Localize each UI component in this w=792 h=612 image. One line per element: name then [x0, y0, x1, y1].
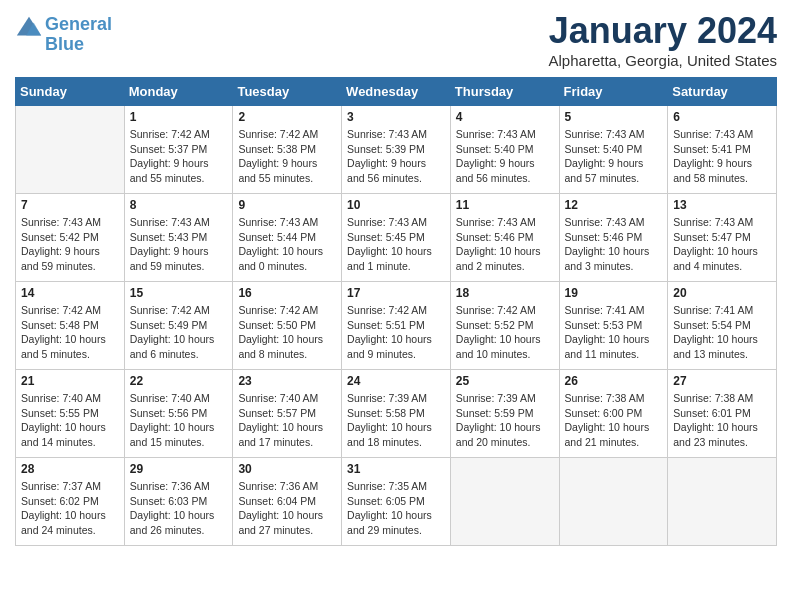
weekday-header-saturday: Saturday: [668, 78, 777, 106]
day-number: 25: [456, 374, 554, 388]
day-info: Sunrise: 7:37 AMSunset: 6:02 PMDaylight:…: [21, 479, 119, 538]
day-info: Sunrise: 7:42 AMSunset: 5:48 PMDaylight:…: [21, 303, 119, 362]
week-row-1: 1Sunrise: 7:42 AMSunset: 5:37 PMDaylight…: [16, 106, 777, 194]
calendar-cell: [16, 106, 125, 194]
day-number: 16: [238, 286, 336, 300]
calendar-cell: 26Sunrise: 7:38 AMSunset: 6:00 PMDayligh…: [559, 370, 668, 458]
day-number: 6: [673, 110, 771, 124]
day-info: Sunrise: 7:41 AMSunset: 5:53 PMDaylight:…: [565, 303, 663, 362]
day-number: 22: [130, 374, 228, 388]
location: Alpharetta, Georgia, United States: [549, 52, 777, 69]
day-info: Sunrise: 7:42 AMSunset: 5:38 PMDaylight:…: [238, 127, 336, 186]
calendar: SundayMondayTuesdayWednesdayThursdayFrid…: [15, 77, 777, 546]
day-info: Sunrise: 7:42 AMSunset: 5:50 PMDaylight:…: [238, 303, 336, 362]
calendar-cell: 9Sunrise: 7:43 AMSunset: 5:44 PMDaylight…: [233, 194, 342, 282]
day-info: Sunrise: 7:38 AMSunset: 6:00 PMDaylight:…: [565, 391, 663, 450]
week-row-2: 7Sunrise: 7:43 AMSunset: 5:42 PMDaylight…: [16, 194, 777, 282]
day-number: 2: [238, 110, 336, 124]
month-title: January 2024: [549, 10, 777, 52]
day-number: 12: [565, 198, 663, 212]
day-number: 19: [565, 286, 663, 300]
day-number: 13: [673, 198, 771, 212]
weekday-header-friday: Friday: [559, 78, 668, 106]
calendar-cell: [668, 458, 777, 546]
calendar-cell: 28Sunrise: 7:37 AMSunset: 6:02 PMDayligh…: [16, 458, 125, 546]
day-info: Sunrise: 7:38 AMSunset: 6:01 PMDaylight:…: [673, 391, 771, 450]
day-info: Sunrise: 7:42 AMSunset: 5:52 PMDaylight:…: [456, 303, 554, 362]
day-number: 31: [347, 462, 445, 476]
calendar-cell: 23Sunrise: 7:40 AMSunset: 5:57 PMDayligh…: [233, 370, 342, 458]
day-info: Sunrise: 7:43 AMSunset: 5:39 PMDaylight:…: [347, 127, 445, 186]
day-info: Sunrise: 7:36 AMSunset: 6:03 PMDaylight:…: [130, 479, 228, 538]
day-number: 29: [130, 462, 228, 476]
day-info: Sunrise: 7:39 AMSunset: 5:58 PMDaylight:…: [347, 391, 445, 450]
calendar-cell: 12Sunrise: 7:43 AMSunset: 5:46 PMDayligh…: [559, 194, 668, 282]
day-info: Sunrise: 7:43 AMSunset: 5:41 PMDaylight:…: [673, 127, 771, 186]
calendar-cell: 11Sunrise: 7:43 AMSunset: 5:46 PMDayligh…: [450, 194, 559, 282]
day-number: 27: [673, 374, 771, 388]
day-number: 15: [130, 286, 228, 300]
calendar-cell: 31Sunrise: 7:35 AMSunset: 6:05 PMDayligh…: [342, 458, 451, 546]
calendar-cell: 14Sunrise: 7:42 AMSunset: 5:48 PMDayligh…: [16, 282, 125, 370]
calendar-cell: 18Sunrise: 7:42 AMSunset: 5:52 PMDayligh…: [450, 282, 559, 370]
day-info: Sunrise: 7:43 AMSunset: 5:40 PMDaylight:…: [456, 127, 554, 186]
day-number: 30: [238, 462, 336, 476]
weekday-header-row: SundayMondayTuesdayWednesdayThursdayFrid…: [16, 78, 777, 106]
week-row-5: 28Sunrise: 7:37 AMSunset: 6:02 PMDayligh…: [16, 458, 777, 546]
day-info: Sunrise: 7:36 AMSunset: 6:04 PMDaylight:…: [238, 479, 336, 538]
calendar-cell: 24Sunrise: 7:39 AMSunset: 5:58 PMDayligh…: [342, 370, 451, 458]
day-number: 11: [456, 198, 554, 212]
day-info: Sunrise: 7:40 AMSunset: 5:55 PMDaylight:…: [21, 391, 119, 450]
day-info: Sunrise: 7:42 AMSunset: 5:51 PMDaylight:…: [347, 303, 445, 362]
weekday-header-monday: Monday: [124, 78, 233, 106]
week-row-3: 14Sunrise: 7:42 AMSunset: 5:48 PMDayligh…: [16, 282, 777, 370]
day-info: Sunrise: 7:43 AMSunset: 5:46 PMDaylight:…: [456, 215, 554, 274]
calendar-cell: 3Sunrise: 7:43 AMSunset: 5:39 PMDaylight…: [342, 106, 451, 194]
day-info: Sunrise: 7:40 AMSunset: 5:56 PMDaylight:…: [130, 391, 228, 450]
calendar-body: 1Sunrise: 7:42 AMSunset: 5:37 PMDaylight…: [16, 106, 777, 546]
calendar-cell: 29Sunrise: 7:36 AMSunset: 6:03 PMDayligh…: [124, 458, 233, 546]
day-info: Sunrise: 7:43 AMSunset: 5:47 PMDaylight:…: [673, 215, 771, 274]
day-number: 21: [21, 374, 119, 388]
calendar-cell: 7Sunrise: 7:43 AMSunset: 5:42 PMDaylight…: [16, 194, 125, 282]
day-info: Sunrise: 7:43 AMSunset: 5:46 PMDaylight:…: [565, 215, 663, 274]
calendar-cell: 6Sunrise: 7:43 AMSunset: 5:41 PMDaylight…: [668, 106, 777, 194]
calendar-cell: 15Sunrise: 7:42 AMSunset: 5:49 PMDayligh…: [124, 282, 233, 370]
calendar-cell: 22Sunrise: 7:40 AMSunset: 5:56 PMDayligh…: [124, 370, 233, 458]
calendar-cell: 10Sunrise: 7:43 AMSunset: 5:45 PMDayligh…: [342, 194, 451, 282]
day-number: 3: [347, 110, 445, 124]
calendar-cell: 8Sunrise: 7:43 AMSunset: 5:43 PMDaylight…: [124, 194, 233, 282]
logo: General Blue: [15, 15, 112, 55]
calendar-cell: 19Sunrise: 7:41 AMSunset: 5:53 PMDayligh…: [559, 282, 668, 370]
day-info: Sunrise: 7:43 AMSunset: 5:40 PMDaylight:…: [565, 127, 663, 186]
calendar-cell: 27Sunrise: 7:38 AMSunset: 6:01 PMDayligh…: [668, 370, 777, 458]
day-number: 24: [347, 374, 445, 388]
weekday-header-tuesday: Tuesday: [233, 78, 342, 106]
calendar-cell: 25Sunrise: 7:39 AMSunset: 5:59 PMDayligh…: [450, 370, 559, 458]
weekday-header-wednesday: Wednesday: [342, 78, 451, 106]
title-block: January 2024 Alpharetta, Georgia, United…: [549, 10, 777, 69]
calendar-cell: 1Sunrise: 7:42 AMSunset: 5:37 PMDaylight…: [124, 106, 233, 194]
day-number: 8: [130, 198, 228, 212]
day-number: 4: [456, 110, 554, 124]
calendar-cell: 13Sunrise: 7:43 AMSunset: 5:47 PMDayligh…: [668, 194, 777, 282]
day-number: 17: [347, 286, 445, 300]
day-info: Sunrise: 7:43 AMSunset: 5:45 PMDaylight:…: [347, 215, 445, 274]
day-number: 28: [21, 462, 119, 476]
day-info: Sunrise: 7:43 AMSunset: 5:42 PMDaylight:…: [21, 215, 119, 274]
day-number: 1: [130, 110, 228, 124]
weekday-header-sunday: Sunday: [16, 78, 125, 106]
day-number: 23: [238, 374, 336, 388]
week-row-4: 21Sunrise: 7:40 AMSunset: 5:55 PMDayligh…: [16, 370, 777, 458]
day-info: Sunrise: 7:42 AMSunset: 5:37 PMDaylight:…: [130, 127, 228, 186]
calendar-cell: [559, 458, 668, 546]
calendar-cell: 5Sunrise: 7:43 AMSunset: 5:40 PMDaylight…: [559, 106, 668, 194]
calendar-cell: 2Sunrise: 7:42 AMSunset: 5:38 PMDaylight…: [233, 106, 342, 194]
logo-icon: [15, 15, 43, 43]
calendar-cell: 17Sunrise: 7:42 AMSunset: 5:51 PMDayligh…: [342, 282, 451, 370]
day-number: 18: [456, 286, 554, 300]
day-number: 14: [21, 286, 119, 300]
day-info: Sunrise: 7:40 AMSunset: 5:57 PMDaylight:…: [238, 391, 336, 450]
day-number: 5: [565, 110, 663, 124]
day-number: 10: [347, 198, 445, 212]
